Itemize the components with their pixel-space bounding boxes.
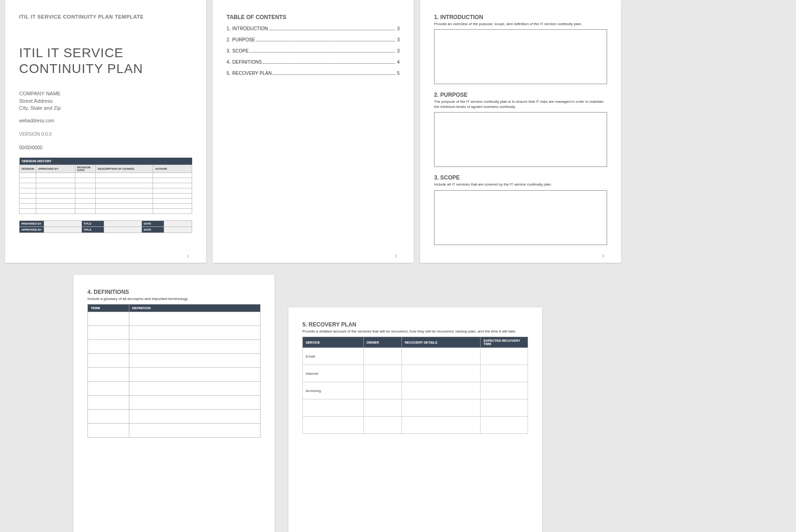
recovery-desc: Provide a detailed account of the servic… — [302, 329, 528, 334]
title-value-2 — [104, 227, 141, 233]
table-row — [88, 382, 261, 396]
table-row — [88, 340, 261, 354]
owner-header: OWNER — [363, 337, 401, 348]
page-4: 4. DEFINITIONS Include a glossary of all… — [74, 275, 274, 532]
title-value — [104, 221, 141, 227]
scope-desc: Include all IT services that are covered… — [434, 182, 607, 187]
col-approved-by: APPROVED BY — [36, 165, 75, 173]
toc-num: 5. — [227, 71, 230, 76]
recovery-table: SERVICE OWNER RECOVERY DETAILS EXPECTED … — [302, 337, 528, 434]
table-row: Internet — [303, 365, 528, 382]
table-row — [88, 396, 261, 410]
table-row — [20, 204, 192, 209]
toc-entry: 5. RECOVERY PLAN 5 — [227, 71, 400, 76]
toc-num: 4. — [227, 60, 230, 65]
version-history-table: VERSION HISTORY VERSION APPROVED BY REVI… — [19, 158, 192, 214]
table-row — [88, 326, 261, 340]
recovery-heading: 5. RECOVERY PLAN — [302, 321, 528, 328]
purpose-heading: 2. PURPOSE — [434, 92, 607, 98]
title-label: TITLE — [81, 221, 104, 227]
page-number: 3 — [602, 254, 604, 258]
date-label-2: DATE — [142, 227, 164, 233]
scope-heading: 3. SCOPE — [434, 174, 607, 181]
table-row — [20, 178, 192, 183]
toc-entry: 1. INTRODUCTION 3 — [227, 26, 400, 32]
toc-label: SCOPE — [232, 48, 248, 53]
purpose-desc: The purpose of the IT service continuity… — [434, 100, 607, 109]
version-history-header: VERSION HISTORY — [20, 158, 192, 165]
toc-label: DEFINITIONS — [232, 60, 261, 65]
toc-page: 5 — [397, 71, 400, 76]
pages-container: ITIL IT SERVICE CONTINUITY PLAN TEMPLATE… — [0, 0, 796, 532]
toc-entry: 3. SCOPE 3 — [227, 48, 400, 54]
scope-box[interactable] — [434, 190, 607, 245]
document-title: ITIL IT SERVICE CONTINUITY PLAN — [19, 45, 192, 76]
page-5: 5. RECOVERY PLAN Provide a detailed acco… — [288, 307, 542, 532]
service-cell — [303, 417, 364, 434]
table-row — [88, 312, 261, 326]
table-row — [303, 399, 528, 417]
term-header: TERM — [88, 305, 129, 312]
toc-num: 3. — [227, 48, 230, 53]
service-cell — [303, 399, 364, 417]
version-label: VERSION 0.0.0 — [19, 132, 192, 137]
page-number: 1 — [187, 254, 189, 258]
date-label-1: DATE — [142, 221, 164, 227]
street-address: Street Address — [19, 98, 192, 105]
toc-dots — [249, 52, 395, 53]
approved-by-label: APPROVED BY — [20, 227, 44, 233]
page-2: TABLE OF CONTENTS 1. INTRODUCTION 3 2. P… — [213, 0, 414, 263]
title-label-2: TITLE — [81, 227, 104, 233]
section-definitions: 4. DEFINITIONS Include a glossary of all… — [87, 289, 261, 438]
page-3: 1. INTRODUCTION Provide an overview of t… — [420, 0, 621, 263]
section-purpose: 2. PURPOSE The purpose of the IT service… — [434, 92, 607, 167]
prepared-by-label: PREPARED BY — [20, 221, 44, 227]
purpose-box[interactable] — [434, 112, 607, 167]
toc-dots — [263, 63, 395, 64]
table-row — [20, 209, 192, 214]
table-row — [20, 199, 192, 204]
intro-desc: Provide an overview of the purpose, scop… — [434, 22, 607, 27]
toc-page: 3 — [397, 48, 400, 53]
section-recovery: 5. RECOVERY PLAN Provide a detailed acco… — [302, 321, 528, 434]
company-info: COMPANY NAME Street Address City, State … — [19, 90, 192, 112]
section-scope: 3. SCOPE Include all IT services that ar… — [434, 174, 607, 245]
table-row — [88, 354, 261, 368]
approval-table: PREPARED BY TITLE DATE APPROVED BY TITLE… — [19, 220, 192, 233]
table-row — [303, 417, 528, 434]
table-row — [20, 193, 192, 199]
company-name: COMPANY NAME — [19, 90, 192, 97]
service-cell: Internet — [303, 365, 364, 382]
page-number: 2 — [395, 254, 397, 258]
definition-header: DEFINITION — [129, 305, 261, 312]
toc-label: PURPOSE — [232, 37, 255, 42]
toc-num: 1. — [227, 26, 230, 31]
section-introduction: 1. INTRODUCTION Provide an overview of t… — [434, 14, 607, 84]
definitions-table: TERM DEFINITION — [87, 304, 261, 438]
prepared-by-value — [44, 221, 81, 227]
date-value-1 — [164, 221, 192, 227]
toc-entry: 4. DEFINITIONS 4 — [227, 60, 400, 65]
toc-title: TABLE OF CONTENTS — [227, 14, 400, 20]
service-cell: Email — [303, 348, 364, 365]
city-state-zip: City, State and Zip — [19, 105, 192, 112]
service-cell: Archiving — [303, 382, 364, 399]
intro-box[interactable] — [434, 29, 607, 84]
date-label: 00/00/0000 — [19, 145, 192, 150]
col-desc: DESCRIPTION OF CHANGE — [96, 165, 153, 173]
table-row — [88, 424, 261, 438]
table-row — [20, 173, 192, 178]
toc-dots — [273, 74, 395, 75]
toc-page: 3 — [397, 37, 400, 42]
table-row — [88, 410, 261, 424]
details-header: RECOVERY DETAILS — [401, 337, 480, 348]
definitions-heading: 4. DEFINITIONS — [87, 289, 261, 295]
web-address: webaddress.com — [19, 118, 192, 123]
date-value-2 — [164, 227, 192, 233]
table-row: Email — [303, 348, 528, 365]
col-revision-date: REVISION DATE — [75, 165, 95, 173]
col-author: AUTHOR — [153, 165, 192, 173]
toc-dots — [269, 30, 395, 30]
definitions-desc: Include a glossary of all acronyms and i… — [87, 297, 261, 301]
service-header: SERVICE — [303, 337, 364, 348]
